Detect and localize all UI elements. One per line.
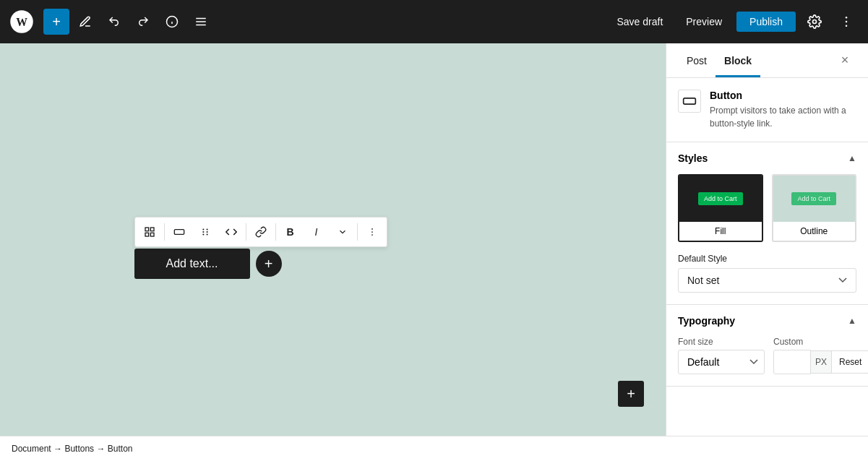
svg-rect-26	[684, 98, 696, 104]
svg-point-9	[846, 17, 848, 19]
canvas-add-button[interactable]: +	[618, 381, 644, 407]
breadcrumb: Document → Buttons → Button	[0, 436, 868, 461]
svg-point-10	[846, 21, 848, 23]
button-block: Add text... +	[134, 249, 282, 279]
bold-button[interactable]: B	[278, 219, 304, 245]
default-style-select[interactable]: Not set	[678, 268, 856, 293]
svg-rect-13	[150, 228, 154, 231]
block-description: Prompt visitors to take action with a bu…	[710, 104, 856, 130]
style-fill-preview: Add to Cart	[679, 176, 762, 222]
block-info: Button Prompt visitors to take action wi…	[666, 78, 868, 142]
save-draft-button[interactable]: Save draft	[608, 12, 671, 32]
add-text-button[interactable]: Add text...	[134, 249, 250, 279]
block-info-text: Button Prompt visitors to take action wi…	[710, 90, 856, 130]
default-style-wrap: Default Style Not set	[666, 254, 868, 304]
svg-rect-16	[174, 230, 184, 235]
divider-1	[164, 223, 165, 241]
add-block-toolbar-button[interactable]: +	[43, 9, 69, 35]
drag-handle[interactable]	[192, 219, 218, 245]
block-name: Button	[710, 90, 856, 101]
canvas: B I Add text... + +	[0, 43, 666, 436]
more-options-button[interactable]	[833, 9, 859, 35]
block-toolbar: B I	[134, 217, 387, 247]
font-size-row: Font size Default Custom PX Reset	[666, 337, 868, 386]
tab-block[interactable]: Block	[716, 43, 760, 77]
styles-section-title: Styles	[678, 152, 708, 164]
typography-section: Typography ▲ Font size Default Custom	[666, 305, 868, 387]
code-editor-button[interactable]	[218, 219, 244, 245]
font-size-col: Font size Default	[678, 337, 765, 374]
main-toolbar: W + Save draft Preview Publish	[0, 0, 868, 43]
divider-3	[275, 223, 276, 241]
style-fill-inner: Add to Cart	[698, 192, 743, 205]
style-fill-label: Fill	[679, 222, 762, 241]
sidebar-close-button[interactable]: ×	[833, 49, 856, 72]
svg-point-17	[202, 228, 204, 230]
styles-chevron-icon: ▲	[848, 153, 856, 163]
style-outline-preview: Add to Cart	[773, 176, 856, 222]
typography-section-header[interactable]: Typography ▲	[666, 305, 868, 337]
svg-point-11	[846, 25, 848, 27]
breadcrumb-sep-1: →	[53, 444, 64, 454]
svg-point-24	[371, 231, 373, 233]
edit-mode-button[interactable]	[72, 9, 98, 35]
svg-point-25	[371, 234, 373, 236]
sidebar: Post Block × Button Prompt visitors to t…	[666, 43, 868, 436]
publish-button[interactable]: Publish	[736, 12, 796, 32]
svg-point-19	[202, 231, 204, 233]
style-outline[interactable]: Add to Cart Outline	[772, 174, 857, 242]
font-size-custom-wrap: PX Reset	[773, 350, 868, 374]
breadcrumb-document[interactable]: Document	[12, 444, 51, 454]
svg-rect-15	[150, 233, 154, 236]
divider-4	[357, 223, 358, 241]
style-fill[interactable]: Add to Cart Fill	[678, 174, 763, 242]
svg-point-20	[206, 231, 207, 233]
redo-button[interactable]	[130, 9, 156, 35]
font-size-input[interactable]	[773, 350, 811, 374]
preview-button[interactable]: Preview	[677, 12, 731, 32]
breadcrumb-button[interactable]: Button	[108, 444, 133, 454]
settings-button[interactable]	[802, 9, 828, 35]
undo-button[interactable]	[101, 9, 127, 35]
tab-post[interactable]: Post	[678, 43, 716, 77]
font-size-unit: PX	[811, 350, 832, 374]
svg-rect-12	[145, 228, 149, 231]
svg-point-21	[202, 233, 204, 235]
wp-logo: W	[9, 9, 35, 35]
italic-button[interactable]: I	[304, 219, 330, 245]
svg-point-22	[206, 233, 207, 235]
styles-section-header[interactable]: Styles ▲	[666, 142, 868, 174]
custom-size-col: Custom PX Reset	[773, 337, 868, 374]
svg-text:W: W	[16, 16, 27, 28]
font-size-reset-button[interactable]: Reset	[832, 350, 868, 374]
link-button[interactable]	[248, 219, 274, 245]
more-rich-text-button[interactable]	[330, 219, 356, 245]
breadcrumb-sep-2: →	[96, 444, 107, 454]
styles-section: Styles ▲ Add to Cart Fill Add to Cart Ou…	[666, 142, 868, 305]
block-icon	[678, 90, 701, 113]
canvas-content: B I Add text... +	[134, 217, 387, 279]
style-options: Add to Cart Fill Add to Cart Outline	[666, 174, 868, 254]
block-options-button[interactable]	[359, 219, 385, 245]
typography-section-title: Typography	[678, 315, 735, 327]
svg-point-23	[371, 228, 373, 230]
font-size-label: Font size	[678, 337, 765, 347]
toolbar-right: Save draft Preview Publish	[608, 9, 859, 35]
style-outline-inner: Add to Cart	[791, 192, 836, 205]
style-outline-label: Outline	[773, 222, 856, 241]
divider-2	[246, 223, 246, 241]
svg-rect-14	[145, 233, 149, 236]
block-type-button[interactable]	[137, 219, 163, 245]
font-size-select-wrap: Default	[678, 350, 765, 374]
info-button[interactable]	[159, 9, 185, 35]
sidebar-tabs: Post Block ×	[666, 43, 868, 78]
typography-chevron-icon: ▲	[848, 316, 856, 326]
inline-element-button[interactable]	[166, 219, 192, 245]
svg-point-18	[206, 228, 207, 230]
font-size-select[interactable]: Default	[678, 350, 765, 374]
custom-label: Custom	[773, 337, 868, 347]
breadcrumb-buttons[interactable]: Buttons	[64, 444, 94, 454]
add-new-block-button[interactable]: +	[256, 251, 282, 277]
svg-point-8	[813, 20, 817, 24]
list-view-button[interactable]	[188, 9, 214, 35]
